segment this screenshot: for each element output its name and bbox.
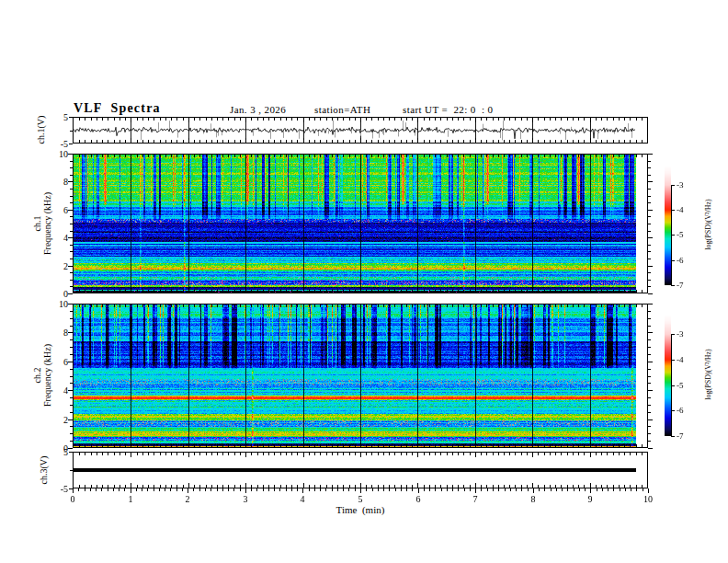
- ch1-wave-ytick-label: -5: [33, 139, 68, 149]
- ch3-wave-ytick-mark-zero: [70, 470, 73, 471]
- ch1-wave-ytick-mark-zero: [70, 131, 73, 132]
- ch1-spec-ytick-mark: [70, 196, 73, 197]
- ch2-spec-ytick-mark-right: [648, 419, 653, 420]
- ch1-spectrogram-ylabel-line2: Frequency (kHz): [42, 192, 52, 255]
- ch1-spec-ytick-label: 8: [33, 177, 68, 187]
- ch1-spec-ytick-mark: [70, 245, 73, 246]
- ch1-spec-ytick-mark-right: [648, 167, 651, 168]
- ch2-spec-ytick-mark-right: [648, 448, 653, 449]
- ch1-spec-ytick-label: 4: [33, 233, 68, 243]
- ch1-spec-ytick-mark: [70, 272, 73, 273]
- ch1-spec-ytick-mark-right: [648, 175, 651, 176]
- ch2-spec-ytick-mark-right: [648, 433, 651, 434]
- ch2-spec-ytick-mark: [70, 397, 73, 398]
- ch2-spec-ytick-mark-right: [648, 412, 651, 413]
- ch1-spec-ytick-mark: [70, 189, 73, 190]
- time-tick-label: 2: [176, 494, 199, 504]
- colorbar-tick-label: -7: [677, 281, 684, 290]
- ch1-spec-ytick-mark: [68, 154, 73, 155]
- time-axis-label: Time (min): [305, 504, 415, 515]
- ch1-spec-ytick-mark-right: [648, 216, 651, 217]
- ch1-spec-ytick-mark: [70, 224, 73, 224]
- ch2-spec-ytick-mark: [70, 426, 73, 427]
- ch1-spec-ytick-mark: [70, 202, 73, 203]
- ch2-spec-ytick-mark-right: [648, 318, 651, 319]
- colorbar-tick-mark: [671, 360, 675, 361]
- ch1-spectrogram-ylabel: ch.1 Frequency (kHz): [32, 192, 52, 255]
- ch2-spectrogram-panel: [73, 304, 648, 448]
- colorbar-ch2-label: log(PSD)(V²/Hz): [704, 349, 712, 399]
- ch2-spec-ytick-mark: [70, 412, 73, 413]
- ch1-waveform-panel: [73, 117, 648, 144]
- colorbar-tick-mark: [671, 436, 675, 437]
- ch1-spec-ytick-mark-right: [648, 196, 651, 197]
- ch2-spec-ytick-label: 6: [33, 357, 68, 367]
- ch3-wave-ytick-label: -5: [33, 484, 68, 494]
- ch2-spec-ytick-mark-right: [648, 347, 651, 348]
- ch1-spec-ytick-mark-right: [648, 224, 651, 224]
- time-tick-label: 0: [62, 494, 84, 504]
- ch2-spec-ytick-mark-right: [648, 326, 651, 327]
- ch2-spec-ytick-mark: [70, 318, 73, 319]
- ch1-spec-ytick-label: 0: [33, 289, 68, 299]
- ch2-spec-ytick-mark: [70, 339, 73, 340]
- ch2-spec-ytick-mark-right: [648, 441, 651, 442]
- ch1-spec-ytick-mark: [70, 167, 73, 168]
- ch2-spec-ytick-mark: [68, 332, 73, 333]
- ch2-spec-ytick-mark-right: [648, 332, 653, 333]
- colorbar-tick-label: -4: [677, 355, 684, 364]
- ch1-spec-ytick-mark-right: [648, 266, 653, 267]
- ch1-spec-ytick-mark-right: [648, 181, 653, 182]
- ch3-wave-ytick-label: 5: [33, 447, 68, 457]
- ch1-spec-ytick-mark: [68, 237, 73, 238]
- ch1-spec-ytick-label: 10: [33, 149, 68, 159]
- ch1-spec-ytick-mark-right: [648, 286, 651, 287]
- ch2-spec-ytick-mark: [68, 448, 73, 449]
- ch2-spectrogram-canvas: [74, 304, 647, 447]
- ch2-spec-ytick-mark-right: [648, 354, 651, 355]
- ch2-spec-ytick-label: 2: [33, 415, 68, 425]
- time-tick-label: 9: [579, 494, 601, 504]
- ch2-spec-ytick-mark: [70, 433, 73, 434]
- colorbar-tick-label: -5: [677, 230, 684, 239]
- colorbar-ch1-label: log(PSD)(V²/Hz): [704, 199, 712, 249]
- colorbar-tick-mark: [671, 210, 675, 211]
- colorbar-tick-label: -5: [677, 381, 684, 390]
- ch2-spec-ytick-label: 8: [33, 327, 68, 338]
- colorbar-tick-mark: [671, 385, 675, 386]
- colorbar-ch1: [665, 165, 671, 285]
- ch2-spec-ytick-mark: [70, 383, 73, 384]
- colorbar-tick-label: -7: [677, 431, 684, 441]
- ch1-spectrogram-panel: [73, 154, 648, 293]
- ch2-spec-ytick-mark-right: [648, 376, 651, 377]
- ch1-spec-ytick-mark: [70, 286, 73, 287]
- ch1-spec-ytick-mark-right: [648, 161, 651, 162]
- ch1-spec-ytick-mark-right: [648, 210, 653, 211]
- ch1-spec-ytick-mark: [70, 175, 73, 176]
- ch2-spectrogram-ylabel-line2: Frequency (kHz): [42, 344, 52, 407]
- ch2-spec-ytick-mark: [70, 441, 73, 442]
- ch1-spec-ytick-label: 6: [33, 205, 68, 215]
- ch3-wave-ytick-mark: [69, 488, 73, 489]
- ch1-waveform-canvas: [74, 118, 647, 143]
- colorbar-tick-mark: [671, 185, 675, 186]
- colorbar-tick-mark: [671, 235, 675, 236]
- ch2-spectrogram-ylabel-line1: ch.2: [32, 344, 42, 407]
- time-tick-label: 7: [464, 494, 486, 504]
- ch2-spec-ytick-mark-right: [648, 339, 651, 340]
- ch2-spec-ytick-mark-right: [648, 362, 653, 362]
- ch2-spec-ytick-mark: [70, 347, 73, 348]
- ch1-wave-ytick-mark: [69, 144, 73, 144]
- time-tick-label: 6: [407, 494, 429, 504]
- ch1-spec-ytick-mark-right: [648, 231, 651, 232]
- time-tick-label: 4: [291, 494, 313, 504]
- ch2-spec-ytick-mark-right: [648, 426, 651, 427]
- ch2-spec-ytick-mark: [70, 369, 73, 370]
- ch1-spectrogram-canvas: [74, 155, 647, 293]
- ch1-spec-ytick-mark: [70, 280, 73, 281]
- ch2-spec-ytick-mark-right: [648, 383, 651, 384]
- date-label: Jan. 3 , 2026: [230, 104, 286, 115]
- ch2-spec-ytick-mark: [70, 376, 73, 377]
- time-tick-label: 3: [234, 494, 256, 504]
- ch1-wave-ytick-label: 5: [33, 112, 68, 122]
